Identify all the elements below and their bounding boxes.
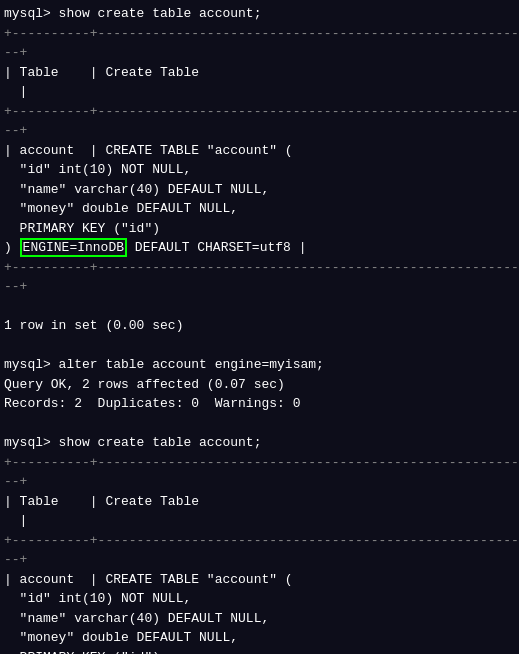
table-header-1: | Table | Create Table [0, 63, 519, 83]
table-row-engine-1: ) ENGINE=InnoDB DEFAULT CHARSET=utf8 | [0, 238, 519, 258]
separator-1: +----------+----------------------------… [0, 24, 519, 44]
account-label-1: account [20, 143, 75, 158]
alter-result-1: Query OK, 2 rows affected (0.07 sec) [0, 375, 519, 395]
table-header-1b: | [0, 82, 519, 102]
separator-3: +----------+----------------------------… [0, 258, 519, 278]
table-row-account-1: | account | CREATE TABLE "account" ( [0, 141, 519, 161]
separator-5b: --+ [0, 550, 519, 570]
command-line-2: mysql> show create table account; [0, 433, 519, 453]
col-table-label-2: Table [20, 494, 59, 509]
table-row-pk-1: PRIMARY KEY ("id") [0, 219, 519, 239]
separator-4b: --+ [0, 472, 519, 492]
result-1: 1 row in set (0.00 sec) [0, 316, 519, 336]
account-label-2: account [20, 572, 75, 587]
table-row-name-2: "name" varchar(40) DEFAULT NULL, [0, 609, 519, 629]
blank-1 [0, 297, 519, 317]
table-row-money-1: "money" double DEFAULT NULL, [0, 199, 519, 219]
command-alter: mysql> alter table account engine=myisam… [0, 355, 519, 375]
table-row-pk-2: PRIMARY KEY ("id") [0, 648, 519, 655]
separator-4: +----------+----------------------------… [0, 453, 519, 473]
separator-2: +----------+----------------------------… [0, 102, 519, 122]
separator-3b: --+ [0, 277, 519, 297]
table-row-id-2: "id" int(10) NOT NULL, [0, 589, 519, 609]
separator-1b: --+ [0, 43, 519, 63]
engine-innodb-highlight: ENGINE=InnoDB [20, 238, 127, 257]
separator-5: +----------+----------------------------… [0, 531, 519, 551]
col-table-label: Table [20, 65, 59, 80]
table-header-2: | Table | Create Table [0, 492, 519, 512]
blank-2 [0, 336, 519, 356]
table-row-account-2: | account | CREATE TABLE "account" ( [0, 570, 519, 590]
terminal-window: mysql> show create table account; +-----… [0, 0, 519, 654]
table-row-money-2: "money" double DEFAULT NULL, [0, 628, 519, 648]
table-header-2b: | [0, 511, 519, 531]
table-row-name-1: "name" varchar(40) DEFAULT NULL, [0, 180, 519, 200]
table-row-id-1: "id" int(10) NOT NULL, [0, 160, 519, 180]
blank-3 [0, 414, 519, 434]
alter-result-2: Records: 2 Duplicates: 0 Warnings: 0 [0, 394, 519, 414]
command-line-1: mysql> show create table account; [0, 4, 519, 24]
separator-2b: --+ [0, 121, 519, 141]
